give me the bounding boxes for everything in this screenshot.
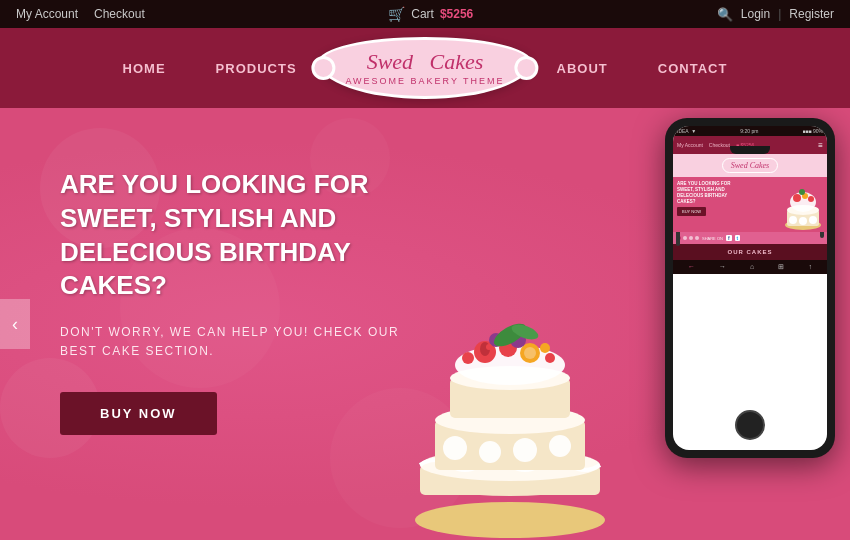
phone-screen: IDEA ▼ 9:20 pm ■■■ 90% My Account Checko… [673,126,827,450]
phone-hero-text: ARE YOU LOOKING FOR SWEET, STYLISH AND D… [677,181,742,204]
phone-back-icon[interactable]: ← [688,263,695,271]
phone-logo-badge: Swed Cakes [722,158,778,173]
top-bar-right: 🔍 Login | Register [717,7,834,22]
top-bar-center: 🛒 Cart $5256 [388,6,473,22]
svg-point-39 [793,194,801,202]
hero-title: ARE YOU LOOKING FOR SWEET, STYLISH AND D… [60,168,440,303]
cart-label: Cart [411,7,434,21]
svg-point-5 [415,502,605,538]
svg-point-36 [799,217,807,225]
phone-menu-icon: ≡ [818,141,823,150]
divider: | [778,7,781,21]
phone-twitter-icon: t [735,235,741,241]
svg-point-28 [524,347,536,359]
svg-point-13 [513,438,537,462]
svg-point-29 [462,352,474,364]
logo-container: Swed Cakes Awesome Bakery Theme [318,37,531,99]
svg-point-31 [540,343,550,353]
phone-my-account: My Account [677,142,703,148]
phone-home-button[interactable] [735,410,765,440]
hero-content: ARE YOU LOOKING FOR SWEET, STYLISH AND D… [60,168,440,435]
cake-image [400,280,620,540]
phone-buy-button[interactable]: BUY NOW [677,207,706,216]
phone-share-icon[interactable]: ↑ [808,263,812,271]
svg-point-41 [808,196,814,202]
logo-badge: Swed Cakes Awesome Bakery Theme [318,37,531,99]
svg-point-14 [549,435,571,457]
phone-share-bar: SHARE ON f t [673,232,827,244]
phone-bookmarks-icon[interactable]: ⊞ [778,263,784,271]
my-account-link[interactable]: My Account [16,7,78,21]
svg-point-35 [789,216,797,224]
phone-cake-image [783,182,823,232]
search-icon[interactable]: 🔍 [717,7,733,22]
hero-subtitle: DON'T WORRY, WE CAN HELP YOU! CHECK OUR … [60,323,440,361]
nav-about[interactable]: ABOUT [557,61,608,76]
phone-frame: IDEA ▼ 9:20 pm ■■■ 90% My Account Checko… [665,118,835,458]
phone-hero: ARE YOU LOOKING FOR SWEET, STYLISH AND D… [673,177,827,232]
phone-notch [730,146,770,154]
phone-bottom-nav: ← → ⌂ ⊞ ↑ [673,260,827,274]
dot-2 [683,236,687,240]
logo-text: Swed Cakes [345,50,504,74]
svg-point-27 [486,344,492,350]
dot-3 [689,236,693,240]
phone-home-icon[interactable]: ⌂ [750,263,754,271]
phone-logo-text: Swed Cakes [731,161,769,170]
buy-now-button[interactable]: BUY NOW [60,392,217,435]
top-bar: My Account Checkout 🛒 Cart $5256 🔍 Login… [0,0,850,28]
phone-mockup: IDEA ▼ 9:20 pm ■■■ 90% My Account Checko… [650,108,850,540]
phone-fb-icon: f [726,235,732,241]
svg-point-30 [545,353,555,363]
nav-bar: HOME PRODUCTS ABOUT CONTACT Swed Cakes A… [0,28,850,108]
svg-point-12 [479,441,501,463]
svg-point-11 [443,436,467,460]
hero-section: ARE YOU LOOKING FOR SWEET, STYLISH AND D… [0,108,850,540]
logo-sub: Awesome Bakery Theme [345,76,504,86]
register-link[interactable]: Register [789,7,834,21]
phone-share-label: SHARE ON [702,236,723,241]
login-link[interactable]: Login [741,7,770,21]
phone-dots [677,236,699,240]
nav-home[interactable]: HOME [123,61,166,76]
top-bar-left: My Account Checkout [16,7,145,21]
cart-icon: 🛒 [388,6,405,22]
dot-4 [695,236,699,240]
svg-point-37 [809,216,817,224]
phone-topbar: IDEA ▼ 9:20 pm ■■■ 90% [673,126,827,136]
nav-products[interactable]: PRODUCTS [216,61,297,76]
cart-price: $5256 [440,7,473,21]
prev-arrow-button[interactable]: ‹ [0,299,30,349]
phone-our-cakes: OUR CAKES [673,244,827,260]
phone-logo-area: Swed Cakes [673,154,827,177]
phone-forward-icon[interactable]: → [719,263,726,271]
svg-point-42 [799,189,805,195]
phone-checkout: Checkout [709,142,730,148]
checkout-link[interactable]: Checkout [94,7,145,21]
nav-contact[interactable]: CONTACT [658,61,728,76]
